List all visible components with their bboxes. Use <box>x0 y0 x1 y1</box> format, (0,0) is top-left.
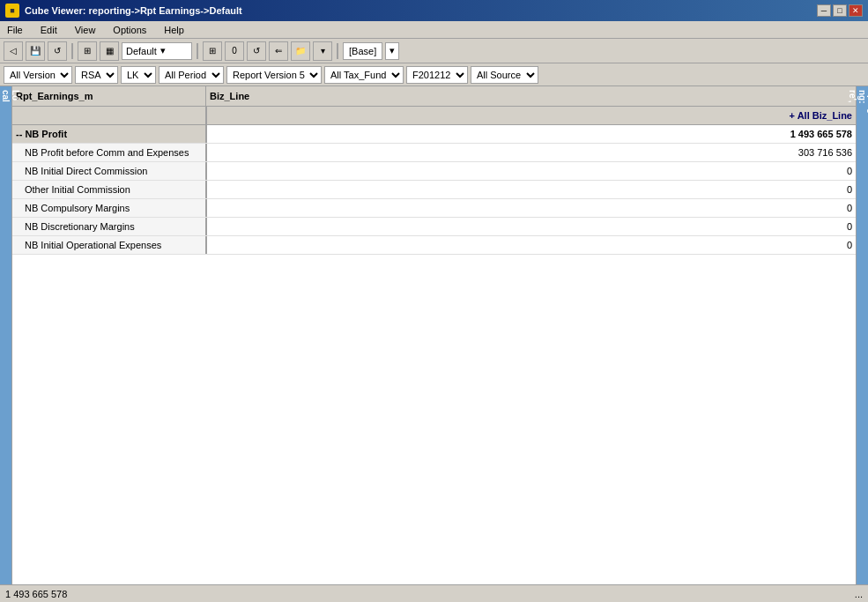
window-title: Cube Viewer: reporting->Rpt Earnings->De… <box>25 5 242 16</box>
report-version-filter[interactable]: Report Version 5 <box>226 66 322 84</box>
f201212-filter[interactable]: F201212 <box>406 66 468 84</box>
status-bar: 1 493 665 578 ... <box>0 584 868 602</box>
table-row: NB Discretionary Margins 0 <box>12 218 856 236</box>
toolbar-btn-f[interactable]: ▾ <box>313 41 332 61</box>
close-button[interactable]: ✕ <box>849 4 863 17</box>
row-label-2: NB Initial Direct Commission <box>12 162 206 180</box>
base-dropdown[interactable]: ▾ <box>385 42 399 60</box>
row-label-4: NB Compulsory Margins <box>12 199 206 217</box>
toolbar-btn-b[interactable]: 0 <box>225 41 244 61</box>
row-label-6: NB Initial Operational Expenses <box>12 236 206 254</box>
table-row: -- NB Profit 1 493 665 578 <box>12 125 856 144</box>
col-sub-value: + All Biz_Line <box>206 107 856 124</box>
toolbar-save-btn[interactable]: 💾 <box>26 41 45 61</box>
row-label-3: Other Initial Commission <box>12 181 206 198</box>
tax-fund-filter[interactable]: All Tax_Fund <box>324 66 404 84</box>
toolbar-grid-btn[interactable]: ⊞ <box>78 41 97 61</box>
version-filter[interactable]: All Version <box>4 66 72 84</box>
row-label-0: -- NB Profit <box>12 125 206 143</box>
row-value-0: 1 493 665 578 <box>206 125 856 143</box>
menu-bar: File Edit View Options Help <box>0 21 868 39</box>
side-panel-left-text: Localiti <box>0 90 20 102</box>
status-value: 1 493 665 578 <box>5 589 67 599</box>
col-sub-label <box>12 107 206 124</box>
table-row: NB Compulsory Margins 0 <box>12 199 856 218</box>
window-controls: ─ □ ✕ <box>817 4 863 17</box>
app-icon: ■ <box>5 4 19 18</box>
grid-header: Rpt_Earnings_m Biz_Line <box>12 86 856 107</box>
toolbar-btn-e[interactable]: 📁 <box>291 41 310 61</box>
table-row: NB Initial Direct Commission 0 <box>12 162 856 181</box>
toolbar-refresh-btn[interactable]: ↺ <box>48 41 67 61</box>
base-label: [Base] <box>343 42 382 60</box>
minimize-button[interactable]: ─ <box>817 4 831 17</box>
maximize-button[interactable]: □ <box>833 4 847 17</box>
side-panel-right-text: nping:ng:re', <box>848 90 868 117</box>
menu-file[interactable]: File <box>4 24 26 36</box>
main-area: Localiti Rpt_Earnings_m Biz_Line + All B… <box>0 86 868 584</box>
col-sub-header: + All Biz_Line <box>12 107 856 125</box>
rsa-filter[interactable]: RSA <box>75 66 118 84</box>
period-filter[interactable]: All Period <box>159 66 224 84</box>
row-label-5: NB Discretionary Margins <box>12 218 206 235</box>
row-value-6: 0 <box>206 236 856 254</box>
toolbar-sep-3 <box>337 43 338 59</box>
row-value-4: 0 <box>206 199 856 217</box>
table-row: Other Initial Commission 0 <box>12 181 856 199</box>
side-panel-right: nping:ng:re', <box>856 86 868 584</box>
toolbar-btn-c[interactable]: ↺ <box>247 41 266 61</box>
toolbar-btn-a[interactable]: ⊞ <box>203 41 222 61</box>
menu-edit[interactable]: Edit <box>37 24 61 36</box>
title-bar: ■ Cube Viewer: reporting->Rpt Earnings->… <box>0 0 868 21</box>
col-dimension-header: Biz_Line <box>206 86 856 106</box>
row-value-3: 0 <box>206 181 856 198</box>
lk-filter[interactable]: LK <box>121 66 156 84</box>
toolbar-chart-btn[interactable]: ▦ <box>100 41 119 61</box>
menu-options[interactable]: Options <box>109 24 150 36</box>
default-dropdown[interactable]: Default ▾ <box>122 42 192 60</box>
content-area: Rpt_Earnings_m Biz_Line + All Biz_Line -… <box>12 86 856 584</box>
filter-bar: All Version RSA LK All Period Report Ver… <box>0 63 868 86</box>
menu-help[interactable]: Help <box>160 24 188 36</box>
source-filter[interactable]: All Source <box>471 66 538 84</box>
resize-handle: ... <box>855 589 863 599</box>
table-row: NB Initial Operational Expenses 0 <box>12 236 856 255</box>
row-value-5: 0 <box>206 218 856 235</box>
row-dimension-header: Rpt_Earnings_m <box>12 86 206 106</box>
toolbar-sep-1 <box>71 43 73 59</box>
toolbar-sep-2 <box>197 43 198 59</box>
table-row: NB Profit before Comm and Expenses 303 7… <box>12 144 856 162</box>
toolbar: ◁ 💾 ↺ ⊞ ▦ Default ▾ ⊞ 0 ↺ ⇐ 📁 ▾ [Base] ▾ <box>0 39 868 63</box>
row-label-1: NB Profit before Comm and Expenses <box>12 144 206 161</box>
side-panel-left: Localiti <box>0 86 12 584</box>
row-value-1: 303 716 536 <box>206 144 856 161</box>
row-value-2: 0 <box>206 162 856 180</box>
menu-view[interactable]: View <box>71 24 100 36</box>
toolbar-btn-d[interactable]: ⇐ <box>269 41 288 61</box>
data-rows: -- NB Profit 1 493 665 578 NB Profit bef… <box>12 125 856 584</box>
toolbar-back-btn[interactable]: ◁ <box>4 41 23 61</box>
